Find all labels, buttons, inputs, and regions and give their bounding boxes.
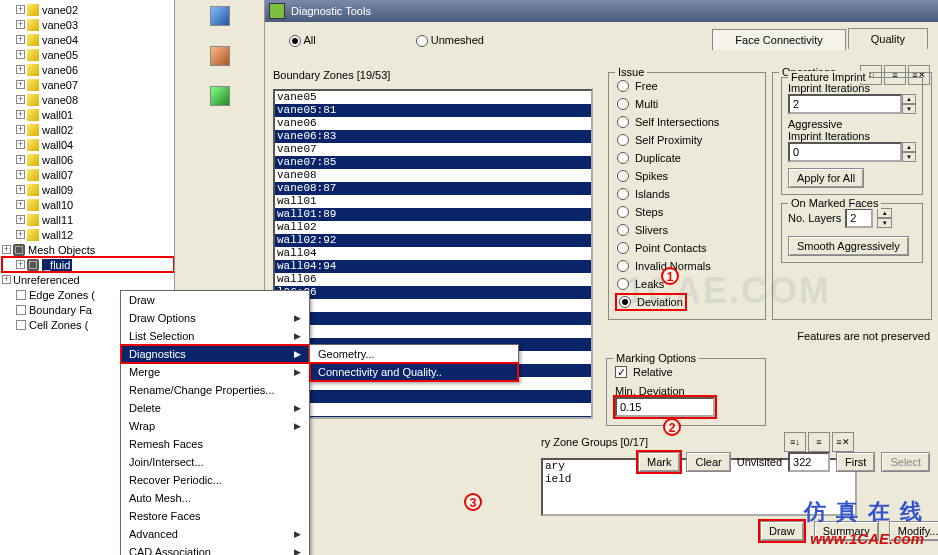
menu-draw-options[interactable]: Draw Options▶ [121,309,309,327]
issue-radio-free[interactable]: Free [617,77,757,95]
list-item[interactable]: vane08 [275,169,591,182]
tree-item[interactable]: vane05 [2,47,174,62]
menu-draw[interactable]: Draw [121,291,309,309]
tree-item[interactable]: wall07 [2,167,174,182]
cube-icon [27,34,39,46]
menu-diagnostics[interactable]: Diagnostics▶ [121,345,309,363]
tree-mesh-objects[interactable]: Mesh Objects [2,242,174,257]
tree-item[interactable]: vane08 [2,92,174,107]
apply-for-all-button[interactable]: Apply for All [788,168,864,188]
smooth-aggressively-button[interactable]: Smooth Aggressively [788,236,909,256]
menu-recover-periodic-[interactable]: Recover Periodic... [121,471,309,489]
menu-delete[interactable]: Delete▶ [121,399,309,417]
imprint-iter2-input[interactable]: 0 [788,142,902,162]
tree-item[interactable]: wall11 [2,212,174,227]
cube-icon [27,229,39,241]
radio-unmeshed[interactable]: Unmeshed [416,34,484,47]
list-item[interactable]: wall02 [275,221,591,234]
tree-item[interactable]: vane04 [2,32,174,47]
menu-join-intersect-[interactable]: Join/Intersect... [121,453,309,471]
issue-radio-spikes[interactable]: Spikes [617,167,757,185]
list-item[interactable]: vane08:87 [275,182,591,195]
list-item[interactable]: l06:96 [275,286,591,299]
list-select-all-icon[interactable]: ≡ [808,432,830,452]
list-item[interactable]: vane06 [275,117,591,130]
issue-radio-duplicate[interactable]: Duplicate [617,149,757,167]
tree-item[interactable]: wall02 [2,122,174,137]
view-mode-icon[interactable] [210,6,230,26]
tree-item[interactable]: wall10 [2,197,174,212]
spinner-icon[interactable]: ▲▼ [902,94,916,114]
mark-button[interactable]: Mark [638,452,680,472]
issue-radio-islands[interactable]: Islands [617,185,757,203]
menu-list-selection[interactable]: List Selection▶ [121,327,309,345]
submenu-connectivity-quality[interactable]: Connectivity and Quality.. [310,363,518,381]
locate-icon[interactable] [210,46,230,66]
menu-auto-mesh-[interactable]: Auto Mesh... [121,489,309,507]
list-item[interactable]: wall06 [275,273,591,286]
list-item[interactable]: wall01:89 [275,208,591,221]
issue-radio-steps[interactable]: Steps [617,203,757,221]
issue-radio-self-intersections[interactable]: Self Intersections [617,113,757,131]
sync-icon[interactable] [210,86,230,106]
list-item[interactable]: vane05 [275,91,591,104]
list-item[interactable]: vane07 [275,143,591,156]
menu-advanced[interactable]: Advanced▶ [121,525,309,543]
annotation-3: 3 [464,493,482,511]
zone-icon [16,305,26,315]
radio-all[interactable]: All [289,34,316,47]
list-item[interactable]: wall04:94 [275,260,591,273]
list-item[interactable]: 7:98 [275,312,591,325]
list-item[interactable]: wall04 [275,247,591,260]
watermark: 1CAE.COM [625,270,831,312]
list-item[interactable]: wall01 [275,195,591,208]
tree-item[interactable]: vane06 [2,62,174,77]
issue-radio-point-contacts[interactable]: Point Contacts [617,239,757,257]
menu-merge[interactable]: Merge▶ [121,363,309,381]
submenu-geometry[interactable]: Geometry... [310,345,518,363]
tree-item[interactable]: wall06 [2,152,174,167]
issue-radio-self-proximity[interactable]: Self Proximity [617,131,757,149]
menu-rename-change-properties-[interactable]: Rename/Change Properties... [121,381,309,399]
tree-item[interactable]: wall01 [2,107,174,122]
tree-unreferenced[interactable]: Unreferenced [2,272,174,287]
tree-item[interactable]: wall09 [2,182,174,197]
list-item[interactable]: vane05:81 [275,104,591,117]
spinner-icon[interactable]: ▲▼ [902,142,916,162]
list-clear-icon[interactable]: ≡✕ [832,432,854,452]
annotation-2: 2 [663,418,681,436]
menu-cad-association[interactable]: CAD Association▶ [121,543,309,555]
tree-item[interactable]: wall04 [2,137,174,152]
tab-face-connectivity[interactable]: Face Connectivity [712,29,845,50]
draw-button[interactable]: Draw [760,521,804,541]
min-deviation-input[interactable]: 0.15 [615,397,715,417]
tree-item[interactable]: wall12 [2,227,174,242]
menu-remesh-faces[interactable]: Remesh Faces [121,435,309,453]
menu-wrap[interactable]: Wrap▶ [121,417,309,435]
clear-button[interactable]: Clear [686,452,730,472]
issue-radio-slivers[interactable]: Slivers [617,221,757,239]
tree-item[interactable]: vane03 [2,17,174,32]
list-item[interactable]: 9 [275,325,591,338]
list-item[interactable] [275,390,591,403]
imprint-iter-input[interactable]: 2 [788,94,902,114]
window-title-bar[interactable]: Diagnostic Tools [265,0,938,22]
no-layers-input[interactable]: 2 [845,208,873,228]
list-item[interactable]: 2 [275,403,591,416]
list-item[interactable]: vane06:83 [275,130,591,143]
list-item[interactable]: 2:110 [275,416,591,419]
tab-quality[interactable]: Quality [848,28,928,49]
list-item[interactable]: wall02:92 [275,234,591,247]
list-item[interactable]: 7 [275,299,591,312]
list-sort-icon[interactable]: ≡↓ [784,432,806,452]
list-item[interactable]: ield [543,473,855,486]
menu-restore-faces[interactable]: Restore Faces [121,507,309,525]
tree-item[interactable]: vane02 [2,2,174,17]
list-item[interactable]: vane07:85 [275,156,591,169]
tree-item[interactable]: vane07 [2,77,174,92]
tree-fluid[interactable]: _fluid [2,257,174,272]
first-button[interactable]: First [836,452,875,472]
issue-radio-multi[interactable]: Multi [617,95,757,113]
relative-checkbox[interactable]: ✓Relative [615,363,757,381]
spinner-icon[interactable]: ▲▼ [877,208,892,228]
